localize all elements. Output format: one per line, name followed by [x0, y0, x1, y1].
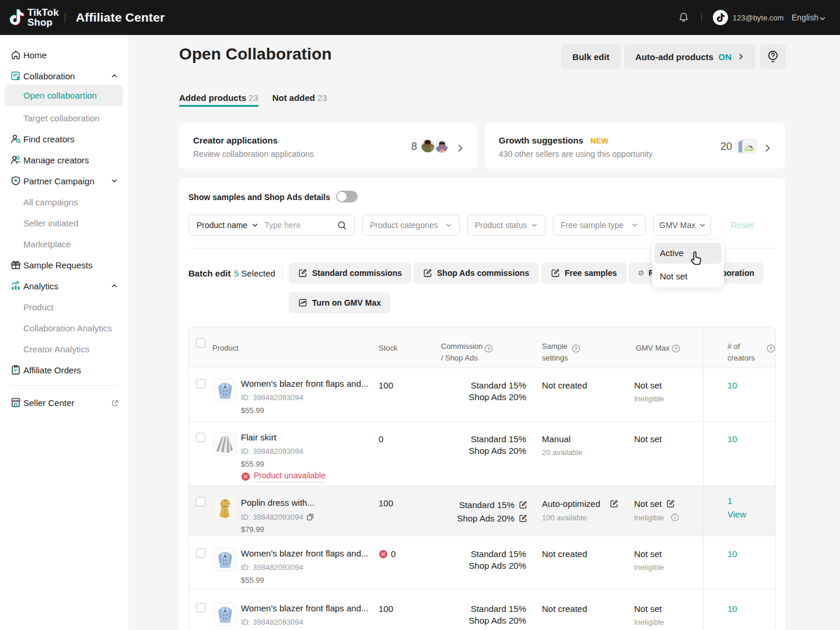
- svg-text:?: ?: [769, 346, 773, 352]
- svg-text:?: ?: [487, 346, 491, 352]
- svg-text:?: ?: [674, 346, 678, 352]
- svg-text:?: ?: [575, 346, 578, 352]
